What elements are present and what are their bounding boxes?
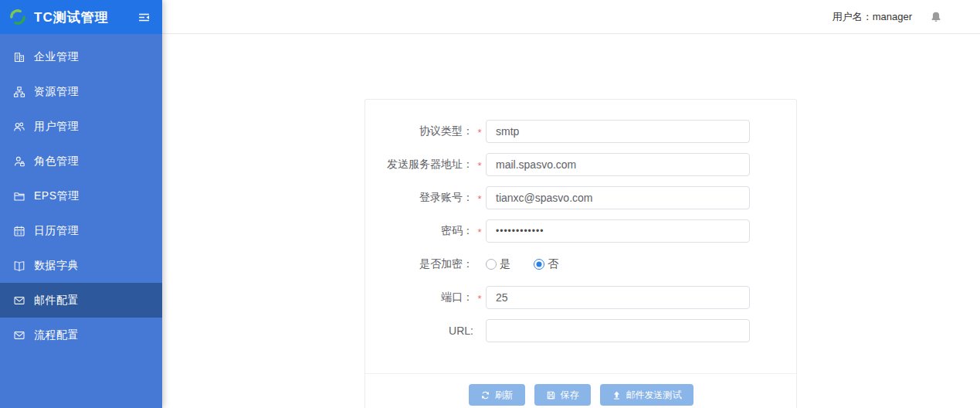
sidebar-item-label: 企业管理 bbox=[34, 50, 79, 64]
sidebar: TC测试管理 企业管理资源管理用户管理角色管理EPS管理日历管理数据字典邮件配置… bbox=[0, 0, 162, 408]
protocol-input[interactable] bbox=[486, 120, 750, 143]
protocol-label: 协议类型： bbox=[365, 124, 473, 138]
save-button[interactable]: 保存 bbox=[534, 384, 591, 406]
sidebar-item-dictionary[interactable]: 数据字典 bbox=[0, 248, 162, 283]
password-label: 密码： bbox=[365, 224, 473, 238]
button-label: 邮件发送测试 bbox=[626, 389, 682, 402]
password-input[interactable] bbox=[486, 219, 750, 243]
sidebar-nav: 企业管理资源管理用户管理角色管理EPS管理日历管理数据字典邮件配置流程配置 bbox=[0, 34, 162, 352]
content-area: 协议类型：*发送服务器地址：*登录账号：*密码：*是否加密：是否端口：*URL:… bbox=[162, 34, 980, 408]
book-icon bbox=[12, 259, 25, 272]
email-config-form: 协议类型：*发送服务器地址：*登录账号：*密码：*是否加密：是否端口：*URL: bbox=[365, 100, 796, 373]
envelope-icon bbox=[12, 328, 25, 342]
top-header: 用户名： manager bbox=[162, 0, 980, 34]
button-label: 刷新 bbox=[495, 389, 514, 402]
sidebar-item-mail-config[interactable]: 邮件配置 bbox=[0, 283, 162, 318]
sidebar-item-label: 邮件配置 bbox=[34, 294, 79, 308]
sitemap-icon bbox=[12, 85, 25, 98]
sidebar-item-calendar[interactable]: 日历管理 bbox=[0, 213, 162, 248]
sidebar-item-user[interactable]: 用户管理 bbox=[0, 109, 162, 144]
form-footer: 刷新保存邮件发送测试 bbox=[365, 373, 796, 408]
sidebar-header: TC测试管理 bbox=[0, 0, 162, 34]
server-input[interactable] bbox=[486, 153, 750, 176]
encrypt-label: 是否加密： bbox=[365, 257, 473, 271]
form-row-encrypt: 是否加密：是否 bbox=[365, 253, 778, 276]
notification-bell-icon[interactable] bbox=[929, 10, 943, 24]
refresh-icon bbox=[480, 390, 490, 400]
radio-selected-icon bbox=[534, 259, 544, 270]
required-asterisk: * bbox=[473, 224, 486, 238]
form-row-url: URL: bbox=[365, 319, 778, 342]
save-icon bbox=[546, 390, 556, 400]
sidebar-item-label: 日历管理 bbox=[34, 224, 79, 238]
calendar-icon bbox=[12, 224, 25, 237]
server-label: 发送服务器地址： bbox=[365, 158, 473, 172]
mail-test-button[interactable]: 邮件发送测试 bbox=[600, 384, 693, 406]
app-window: TC测试管理 企业管理资源管理用户管理角色管理EPS管理日历管理数据字典邮件配置… bbox=[0, 0, 980, 408]
form-row-account: 登录账号：* bbox=[365, 186, 778, 209]
encrypt-radio-option[interactable]: 否 bbox=[534, 257, 558, 271]
port-input[interactable] bbox=[486, 286, 750, 309]
sidebar-item-label: 角色管理 bbox=[34, 155, 79, 168]
form-row-server: 发送服务器地址：* bbox=[365, 153, 778, 176]
button-label: 保存 bbox=[561, 389, 579, 402]
required-asterisk: * bbox=[473, 291, 486, 304]
required-asterisk: * bbox=[473, 124, 486, 138]
sidebar-item-label: 资源管理 bbox=[34, 85, 79, 99]
sidebar-item-role[interactable]: 角色管理 bbox=[0, 144, 162, 178]
required-asterisk bbox=[473, 330, 486, 332]
encrypt-radio-group: 是否 bbox=[486, 253, 582, 276]
envelope-icon bbox=[12, 294, 25, 307]
username-value: manager bbox=[873, 11, 912, 22]
url-label: URL: bbox=[365, 325, 473, 337]
required-asterisk bbox=[473, 264, 486, 266]
required-asterisk: * bbox=[473, 158, 486, 172]
required-asterisk: * bbox=[473, 191, 486, 205]
sidebar-item-eps[interactable]: EPS管理 bbox=[0, 178, 162, 213]
user-block: 用户名： manager bbox=[832, 10, 912, 24]
app-title: TC测试管理 bbox=[34, 8, 109, 26]
form-row-password: 密码：* bbox=[365, 219, 778, 243]
form-row-port: 端口：* bbox=[365, 286, 778, 309]
email-config-card: 协议类型：*发送服务器地址：*登录账号：*密码：*是否加密：是否端口：*URL:… bbox=[365, 99, 797, 408]
radio-unselected-icon bbox=[486, 259, 497, 270]
form-row-protocol: 协议类型：* bbox=[365, 120, 778, 143]
url-input[interactable] bbox=[486, 319, 750, 342]
account-label: 登录账号： bbox=[365, 191, 473, 205]
sidebar-item-label: 用户管理 bbox=[34, 120, 79, 134]
app-logo-icon bbox=[8, 7, 28, 27]
folder-icon bbox=[12, 189, 25, 202]
main-area: 用户名： manager 协议类型：*发送服务器地址：*登录账号：*密码：*是否… bbox=[162, 0, 980, 408]
building-icon bbox=[12, 50, 25, 63]
port-label: 端口： bbox=[365, 291, 473, 304]
collapse-sidebar-icon[interactable] bbox=[136, 9, 151, 25]
refresh-button[interactable]: 刷新 bbox=[469, 384, 525, 406]
sidebar-item-label: 流程配置 bbox=[34, 328, 79, 342]
sidebar-item-enterprise[interactable]: 企业管理 bbox=[0, 39, 162, 74]
account-input[interactable] bbox=[486, 186, 750, 209]
radio-option-label: 是 bbox=[500, 257, 510, 271]
sidebar-item-resource[interactable]: 资源管理 bbox=[0, 74, 162, 109]
upload-icon bbox=[612, 390, 622, 400]
sidebar-item-flow-config[interactable]: 流程配置 bbox=[0, 318, 162, 352]
users-icon bbox=[12, 120, 25, 133]
username-label: 用户名： bbox=[832, 10, 873, 24]
sidebar-item-label: 数据字典 bbox=[34, 259, 79, 273]
encrypt-radio-option[interactable]: 是 bbox=[486, 257, 510, 271]
user-lock-icon bbox=[12, 155, 25, 168]
sidebar-item-label: EPS管理 bbox=[34, 189, 80, 203]
radio-option-label: 否 bbox=[548, 257, 558, 271]
